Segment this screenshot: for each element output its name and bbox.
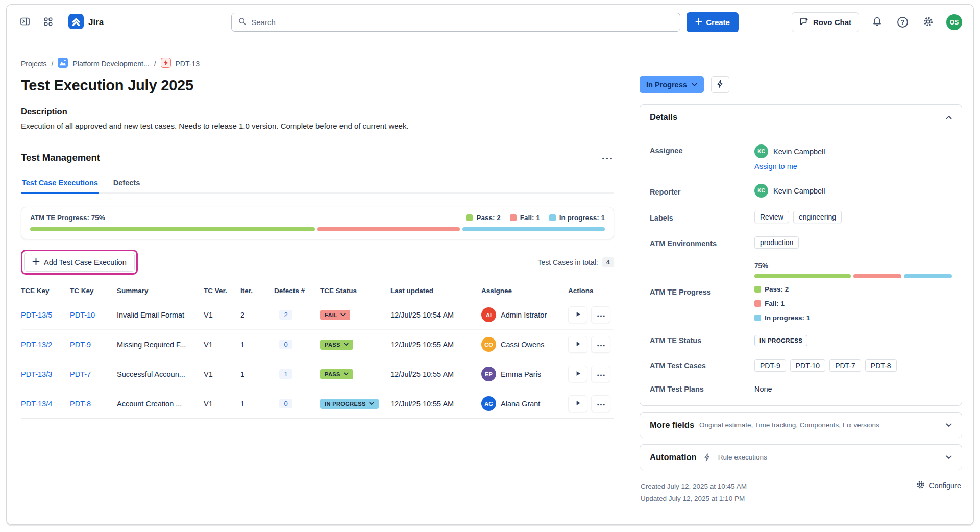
test-case-tag[interactable]: PDT-9 <box>754 359 786 372</box>
automation-quick-action-button[interactable] <box>711 76 729 93</box>
tc-key-link[interactable]: PDT-10 <box>70 311 95 319</box>
label-tag[interactable]: Review <box>754 211 789 223</box>
atm-progress-card: ATM TE Progress: 75% Pass: 2 Fail: 1 <box>21 207 614 239</box>
gear-icon <box>916 480 925 491</box>
row-more-button[interactable] <box>591 306 610 323</box>
row-more-button[interactable] <box>591 395 610 412</box>
app-grid-icon <box>43 17 53 28</box>
rovo-chat-label: Rovo Chat <box>813 18 851 27</box>
app-switcher-button[interactable] <box>41 15 55 30</box>
test-case-tag[interactable]: PDT-8 <box>865 359 897 372</box>
automation-header[interactable]: Automation Rule executions <box>640 445 962 470</box>
description-heading: Description <box>21 107 614 116</box>
chevron-down-icon <box>344 343 349 346</box>
tab-test-case-executions[interactable]: Test Case Executions <box>21 176 99 194</box>
create-button-label: Create <box>706 18 730 27</box>
last-updated-cell: 12/Jul/25 10:55 AM <box>390 400 481 408</box>
tce-key-link[interactable]: PDT-13/4 <box>21 400 52 408</box>
tce-status-dropdown[interactable]: PASS <box>320 340 353 350</box>
assignee-avatar: EP <box>481 367 496 381</box>
progress-percent: 75% <box>754 262 952 270</box>
more-fields-panel: More fields Original estimate, Time trac… <box>640 412 962 438</box>
row-more-button[interactable] <box>591 336 610 353</box>
bell-icon <box>872 16 883 29</box>
jira-home-link[interactable]: Jira <box>68 14 104 31</box>
assign-to-me-link[interactable]: Assign to me <box>754 162 797 171</box>
label-tag[interactable]: engineering <box>793 211 842 223</box>
defects-count-badge[interactable]: 0 <box>279 340 292 349</box>
tc-version-cell: V1 <box>204 370 240 378</box>
reporter-value[interactable]: KC Kevin Campbell <box>754 184 952 198</box>
assignee-avatar: AI <box>481 307 496 322</box>
tc-key-link[interactable]: PDT-7 <box>70 370 91 378</box>
defects-count-badge[interactable]: 2 <box>279 310 292 320</box>
add-test-case-execution-button[interactable]: Add Test Case Execution <box>24 253 135 272</box>
test-plans-field-label: ATM Test Plans <box>650 385 754 393</box>
run-test-button[interactable] <box>568 366 587 382</box>
search-input[interactable] <box>251 18 674 27</box>
configure-button[interactable]: Configure <box>916 480 961 491</box>
test-case-tag[interactable]: PDT-7 <box>829 359 861 372</box>
meatball-icon <box>597 341 605 348</box>
in-progress-color-swatch <box>754 315 761 321</box>
status-dropdown-button[interactable]: In Progress <box>640 76 704 93</box>
summary-cell: Invalid Email Format <box>117 311 204 319</box>
tce-key-link[interactable]: PDT-13/3 <box>21 370 52 378</box>
breadcrumb-project-link[interactable]: Platform Development... <box>72 60 149 68</box>
more-fields-header[interactable]: More fields Original estimate, Time trac… <box>640 413 962 438</box>
tc-key-link[interactable]: PDT-9 <box>70 341 91 349</box>
nav-left-group: Jira <box>18 14 104 31</box>
assignee-value[interactable]: KC Kevin Campbell <box>754 144 952 158</box>
sidebar-toggle-button[interactable] <box>18 14 32 30</box>
highlight-annotation: Add Test Case Execution <box>21 250 138 275</box>
tab-defects[interactable]: Defects <box>112 176 141 194</box>
settings-button[interactable] <box>921 14 936 31</box>
tce-key-link[interactable]: PDT-13/2 <box>21 341 52 349</box>
run-test-button[interactable] <box>568 336 587 353</box>
legend-fail-label: Fail: 1 <box>765 300 785 307</box>
tce-status-dropdown[interactable]: IN PROGRESS <box>320 399 379 409</box>
assignee-field-label: Assignee <box>650 144 754 171</box>
summary-cell: Missing Required F... <box>117 341 204 349</box>
meatball-icon <box>602 154 612 161</box>
field-atm-te-progress: ATM TE Progress 75% Pas <box>650 262 952 322</box>
section-more-button[interactable] <box>600 152 614 163</box>
tce-status-dropdown[interactable]: FAIL <box>320 310 350 320</box>
automation-panel: Automation Rule executions <box>640 444 962 470</box>
defects-count-badge[interactable]: 0 <box>279 399 292 408</box>
tce-status-label: PASS <box>325 371 340 377</box>
test-plans-value: None <box>754 385 952 393</box>
configure-label: Configure <box>929 481 961 490</box>
row-more-button[interactable] <box>591 366 610 382</box>
test-management-header: Test Management <box>21 152 614 163</box>
help-button[interactable]: ? <box>895 15 910 30</box>
test-case-tag[interactable]: PDT-10 <box>790 359 825 372</box>
details-panel-header[interactable]: Details <box>640 105 962 130</box>
assignee-avatar: KC <box>754 144 768 158</box>
table-row: PDT-13/3 PDT-7 Successful Accoun... V1 1… <box>21 359 614 389</box>
global-search[interactable] <box>231 13 680 32</box>
legend-in-progress: In progress: 1 <box>754 314 952 322</box>
breadcrumb-issue-link[interactable]: PDT-13 <box>176 60 200 68</box>
rovo-chat-button[interactable]: Rovo Chat <box>792 12 859 32</box>
defects-count-badge[interactable]: 1 <box>279 369 292 379</box>
tce-key-link[interactable]: PDT-13/5 <box>21 311 52 319</box>
progress-bar <box>30 227 605 231</box>
breadcrumb-projects-link[interactable]: Projects <box>21 60 47 68</box>
run-test-button[interactable] <box>568 306 587 323</box>
run-test-button[interactable] <box>568 395 587 412</box>
user-avatar[interactable]: OS <box>946 14 962 30</box>
in-progress-color-swatch <box>549 214 556 221</box>
issue-meta-footer: Created July 12, 2025 at 10:45 AM Update… <box>640 480 962 504</box>
chevron-down-icon <box>340 313 346 317</box>
tc-key-link[interactable]: PDT-8 <box>70 400 91 408</box>
field-reporter: Reporter KC Kevin Campbell <box>650 184 952 198</box>
notifications-button[interactable] <box>870 14 885 31</box>
tce-status-dropdown[interactable]: PASS <box>320 369 353 379</box>
table-toolbar: Add Test Case Execution Test Cases in to… <box>21 250 614 275</box>
col-summary: Summary <box>117 287 204 295</box>
last-updated-cell: 12/Jul/25 10:54 AM <box>390 311 481 319</box>
play-icon <box>575 370 581 378</box>
create-button[interactable]: Create <box>687 12 739 32</box>
environment-tag[interactable]: production <box>754 236 799 249</box>
